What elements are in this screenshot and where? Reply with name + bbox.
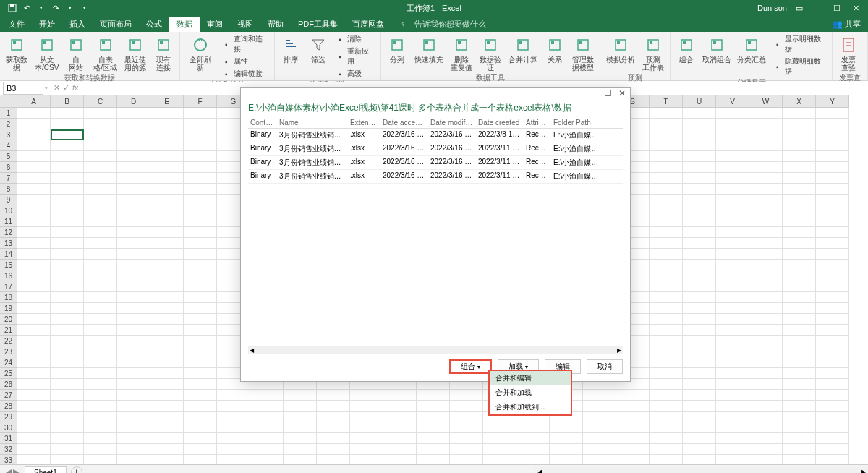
- cell[interactable]: [17, 303, 51, 314]
- cell[interactable]: [184, 314, 217, 325]
- cell[interactable]: [716, 173, 749, 184]
- cell[interactable]: [650, 422, 683, 433]
- cell[interactable]: [650, 368, 683, 379]
- cell[interactable]: [583, 401, 616, 412]
- col-header[interactable]: X: [783, 95, 816, 108]
- cell[interactable]: [51, 303, 84, 314]
- row-header[interactable]: 22: [0, 336, 17, 346]
- cell[interactable]: [783, 249, 816, 260]
- cell[interactable]: [84, 184, 117, 195]
- cell[interactable]: [816, 368, 849, 379]
- cell[interactable]: [683, 162, 716, 173]
- cell[interactable]: [84, 412, 117, 422]
- table-row[interactable]: Binary3月份销售业绩销售四组.xlsx.xlsx2022/3/16 15:…: [248, 170, 623, 184]
- cell[interactable]: [350, 390, 383, 401]
- menu-tab-8[interactable]: 帮助: [260, 17, 291, 32]
- forecast-item-0[interactable]: 模拟分析: [603, 33, 638, 73]
- sheet-nav-next-icon[interactable]: ▶: [13, 467, 19, 473]
- cell[interactable]: [150, 205, 184, 216]
- cell[interactable]: [683, 412, 716, 422]
- cell[interactable]: [51, 216, 84, 227]
- cell[interactable]: [84, 346, 117, 357]
- cell[interactable]: [716, 281, 749, 292]
- cell[interactable]: [683, 249, 716, 260]
- cell[interactable]: [117, 260, 150, 270]
- cell[interactable]: [17, 119, 51, 129]
- cell[interactable]: [749, 455, 783, 464]
- cell[interactable]: [683, 346, 716, 357]
- col-header[interactable]: F: [184, 95, 217, 108]
- cell[interactable]: [749, 379, 783, 390]
- cell[interactable]: [250, 455, 284, 464]
- cell[interactable]: [17, 379, 51, 390]
- menu-tab-10[interactable]: 百度网盘: [345, 17, 391, 32]
- row-header[interactable]: 2: [0, 119, 17, 129]
- col-date-created[interactable]: Date created: [476, 117, 524, 128]
- cell[interactable]: [783, 151, 816, 162]
- col-name[interactable]: Name: [277, 117, 348, 128]
- cell[interactable]: [749, 249, 783, 260]
- cell[interactable]: [683, 238, 716, 249]
- cell[interactable]: [84, 108, 117, 119]
- cell[interactable]: [317, 401, 350, 412]
- cell[interactable]: [683, 195, 716, 205]
- cell[interactable]: [816, 162, 849, 173]
- row-header[interactable]: 8: [0, 184, 17, 195]
- cell[interactable]: [51, 270, 84, 281]
- cell[interactable]: [749, 412, 783, 422]
- cell[interactable]: [184, 455, 217, 464]
- cell[interactable]: [84, 195, 117, 205]
- cell[interactable]: [84, 260, 117, 270]
- col-date-modified[interactable]: Date modified: [428, 117, 476, 128]
- row-header[interactable]: 3: [0, 129, 17, 140]
- cell[interactable]: [117, 422, 150, 433]
- cell[interactable]: [51, 195, 84, 205]
- cell[interactable]: [184, 140, 217, 151]
- cell[interactable]: [583, 390, 616, 401]
- cell[interactable]: [616, 455, 650, 464]
- cell[interactable]: [417, 390, 450, 401]
- cell[interactable]: [650, 303, 683, 314]
- cell[interactable]: [683, 151, 716, 162]
- cell[interactable]: [84, 270, 117, 281]
- cell[interactable]: [749, 336, 783, 346]
- cell[interactable]: [783, 444, 816, 455]
- cell[interactable]: [17, 368, 51, 379]
- col-header[interactable]: W: [749, 95, 783, 108]
- datatools-item-4[interactable]: 合并计算: [506, 33, 540, 73]
- table-row[interactable]: Binary3月份销售业绩销售一组.xlsx.xlsx2022/3/16 15:…: [248, 129, 623, 142]
- cell[interactable]: [150, 303, 184, 314]
- cell[interactable]: [150, 249, 184, 260]
- col-header[interactable]: C: [84, 95, 117, 108]
- cell[interactable]: [117, 357, 150, 368]
- cell[interactable]: [150, 314, 184, 325]
- cell[interactable]: [51, 281, 84, 292]
- cell[interactable]: [749, 346, 783, 357]
- col-header[interactable]: T: [650, 95, 683, 108]
- cell[interactable]: [683, 357, 716, 368]
- dialog-maximize-icon[interactable]: ☐: [603, 88, 613, 98]
- cell[interactable]: [184, 216, 217, 227]
- col-header[interactable]: A: [17, 95, 51, 108]
- cell[interactable]: [383, 390, 417, 401]
- cell[interactable]: [683, 292, 716, 303]
- cell[interactable]: [616, 422, 650, 433]
- cell[interactable]: [550, 455, 583, 464]
- cell[interactable]: [650, 238, 683, 249]
- cell[interactable]: [816, 205, 849, 216]
- cell[interactable]: [716, 357, 749, 368]
- cell[interactable]: [184, 173, 217, 184]
- cell[interactable]: [51, 433, 84, 444]
- cell[interactable]: [816, 238, 849, 249]
- cell[interactable]: [17, 238, 51, 249]
- cell[interactable]: [150, 195, 184, 205]
- cell[interactable]: [84, 379, 117, 390]
- cell[interactable]: [417, 444, 450, 455]
- queries-side-0[interactable]: ▪查询和连接: [219, 33, 271, 55]
- col-attributes[interactable]: Attributes: [524, 117, 551, 128]
- cell[interactable]: [184, 325, 217, 336]
- cell[interactable]: [683, 401, 716, 412]
- cell[interactable]: [783, 281, 816, 292]
- redo-icon[interactable]: ↷: [49, 1, 62, 14]
- cell[interactable]: [816, 270, 849, 281]
